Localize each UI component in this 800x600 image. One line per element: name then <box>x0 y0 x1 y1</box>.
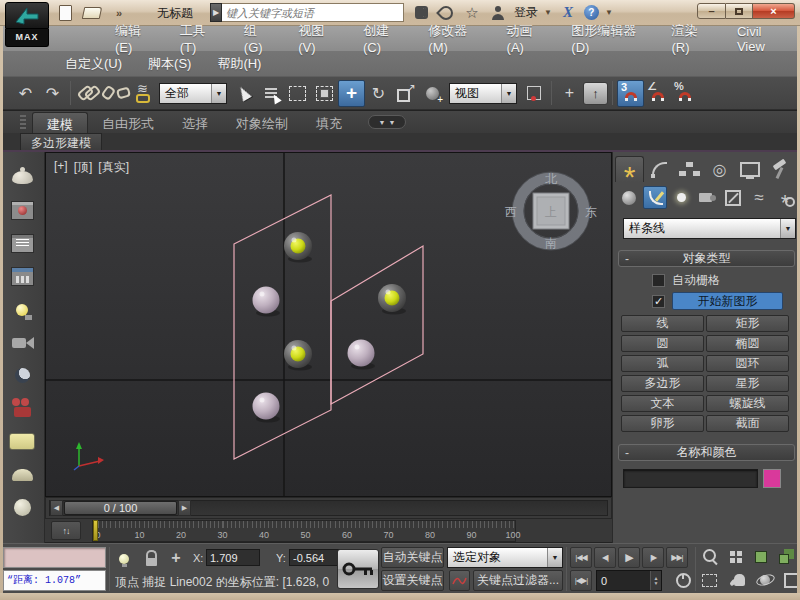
ribbon-tab-对象绘制[interactable]: 对象绘制 <box>222 112 302 133</box>
select-place-icon[interactable]: + <box>556 80 583 107</box>
scene-sphere[interactable] <box>253 393 280 420</box>
login-label[interactable]: 登录 <box>514 4 538 21</box>
ribbon-grip[interactable] <box>20 115 26 129</box>
maxscript-listener-result[interactable]: “距离: 1.078” <box>3 570 106 591</box>
object-type-button-1[interactable]: 矩形 <box>706 315 789 332</box>
frame-spinner[interactable]: ▲▼ <box>650 571 661 590</box>
exchange-apps-icon[interactable]: X <box>558 4 578 22</box>
menu-item-row1-5[interactable]: 修改器(M) <box>415 22 493 55</box>
max-logo-icon[interactable] <box>5 2 49 29</box>
shape-category-dropdown[interactable]: 样条线 <box>623 218 796 239</box>
viewport-shading-menu[interactable]: [真实] <box>98 159 129 176</box>
x-coord-field[interactable] <box>206 549 260 566</box>
viewport-top[interactable]: [+] [顶] [真实] <box>45 152 612 497</box>
time-slider-handle[interactable]: 0 / 100 <box>64 501 177 515</box>
quick-access-more-icon[interactable]: » <box>109 4 129 22</box>
absolute-mode-icon[interactable]: + <box>165 548 187 568</box>
ribbon-tab-选择[interactable]: 选择 <box>168 112 222 133</box>
ribbon-tab-自由形式[interactable]: 自由形式 <box>88 112 168 133</box>
zoom-all-icon[interactable] <box>725 547 747 567</box>
zoom-icon[interactable] <box>700 547 722 567</box>
snap-toggle-icon[interactable]: 3 <box>617 80 644 107</box>
bind-spacewarp-icon[interactable]: ≋ <box>129 80 156 107</box>
subtab-systems-icon[interactable] <box>773 186 797 209</box>
object-type-button-7[interactable]: 星形 <box>706 375 789 392</box>
menu-item-row1-3[interactable]: 视图(V) <box>285 22 350 55</box>
ribbon-minimize-toggle[interactable]: ▼▼ <box>368 115 406 129</box>
viewport-pov-menu[interactable]: [顶] <box>74 159 93 176</box>
zoom-extents-all-icon[interactable] <box>775 547 797 567</box>
minimize-button[interactable]: – <box>697 3 726 19</box>
object-type-button-5[interactable]: 圆环 <box>706 355 789 372</box>
login-caret-icon[interactable]: ▼ <box>544 8 552 17</box>
autogrid-checkbox[interactable] <box>652 274 665 287</box>
selection-set-dropdown[interactable]: 选定对象 <box>447 547 563 568</box>
dropdown-arrow-icon[interactable] <box>780 219 795 238</box>
select-by-name-icon[interactable] <box>257 80 284 107</box>
camera-projection-icon[interactable] <box>4 327 40 358</box>
kbd-override-icon[interactable]: ↑ <box>583 82 608 105</box>
next-frame-arrow[interactable]: ▶ <box>178 500 191 516</box>
current-frame-field[interactable]: 0 ▲▼ <box>596 570 662 591</box>
menu-item-row1-1[interactable]: 工具(T) <box>167 22 231 55</box>
start-new-shape-button[interactable]: 开始新图形 <box>672 292 783 310</box>
object-color-swatch[interactable] <box>763 469 781 488</box>
teapot-icon[interactable] <box>4 162 40 193</box>
menu-item-row1-6[interactable]: 动画(A) <box>494 22 559 55</box>
link-icon[interactable] <box>75 80 102 107</box>
zoom-extents-icon[interactable] <box>750 547 772 567</box>
subtab-spacewarps-icon[interactable] <box>747 186 771 209</box>
schematic-view-icon[interactable] <box>4 261 40 292</box>
object-type-button-4[interactable]: 弧 <box>621 355 704 372</box>
scene-sphere[interactable] <box>348 340 375 367</box>
maximize-button[interactable] <box>726 3 753 19</box>
spline-plane-outline[interactable] <box>234 195 331 459</box>
panel-tab-create[interactable] <box>615 156 644 182</box>
object-type-button-10[interactable]: 卵形 <box>621 415 704 432</box>
play-button[interactable] <box>618 547 640 568</box>
panel-tab-utilities[interactable] <box>765 156 794 182</box>
menu-item-row1-8[interactable]: 渲染(R) <box>659 22 724 55</box>
dome-shape-icon[interactable] <box>4 459 40 490</box>
collapse-icon[interactable]: - <box>625 446 629 460</box>
tab-polygon-modeling[interactable]: 多边形建模 <box>20 133 102 150</box>
panel-tab-hierarchy[interactable] <box>675 156 704 182</box>
rollout-object-type-header[interactable]: - 对象类型 <box>618 250 795 267</box>
curve-editor-icon[interactable] <box>4 228 40 259</box>
y-coord-field[interactable] <box>289 549 343 566</box>
panel-tab-display[interactable] <box>735 156 764 182</box>
object-type-button-11[interactable]: 截面 <box>706 415 789 432</box>
search-flyout-arrow-icon[interactable]: ▶ <box>210 3 222 22</box>
user-icon[interactable] <box>488 4 508 22</box>
pan-hand-icon[interactable] <box>728 570 750 590</box>
percent-snap-icon[interactable]: % <box>671 80 698 107</box>
previous-frame-arrow[interactable]: ◀ <box>50 500 63 516</box>
object-type-button-2[interactable]: 圆 <box>621 335 704 352</box>
object-type-button-8[interactable]: 文本 <box>621 395 704 412</box>
help-icon[interactable]: ? <box>584 5 599 20</box>
menu-item-row1-4[interactable]: 创建(C) <box>350 22 415 55</box>
mini-curve-editor-icon[interactable]: ↑↓ <box>51 521 81 540</box>
window-crossing-icon[interactable] <box>311 80 338 107</box>
menu-item-row1-9[interactable]: Civil View <box>724 24 800 54</box>
new-key-default-in-out-icon[interactable] <box>449 570 470 591</box>
help-caret-icon[interactable]: ▼ <box>605 8 613 17</box>
subtab-shapes-icon[interactable] <box>643 186 667 209</box>
plane-shape-icon[interactable] <box>4 426 40 457</box>
previous-frame-button[interactable] <box>594 547 616 568</box>
open-file-icon[interactable] <box>82 4 102 22</box>
redo-icon[interactable]: ↷ <box>39 80 66 107</box>
dropdown-arrow-icon[interactable] <box>211 84 226 103</box>
viewport-general-menu[interactable]: [+] <box>54 159 68 176</box>
object-type-button-6[interactable]: 多边形 <box>621 375 704 392</box>
time-slider-track[interactable]: ◀ 0 / 100 ▶ <box>49 500 608 516</box>
time-configuration-icon[interactable] <box>672 570 694 590</box>
reference-coordsys-dropdown[interactable]: 视图 <box>449 83 517 104</box>
dropdown-arrow-icon[interactable] <box>547 548 562 567</box>
object-name-field[interactable] <box>623 469 758 488</box>
menu-item-row1-2[interactable]: 组(G) <box>231 22 285 55</box>
menu-item-row2-0[interactable]: 自定义(U) <box>52 55 135 73</box>
new-file-icon[interactable] <box>55 4 75 22</box>
set-key-button[interactable]: 设置关键点 <box>381 570 444 591</box>
ribbon-tab-填充[interactable]: 填充 <box>302 112 356 133</box>
